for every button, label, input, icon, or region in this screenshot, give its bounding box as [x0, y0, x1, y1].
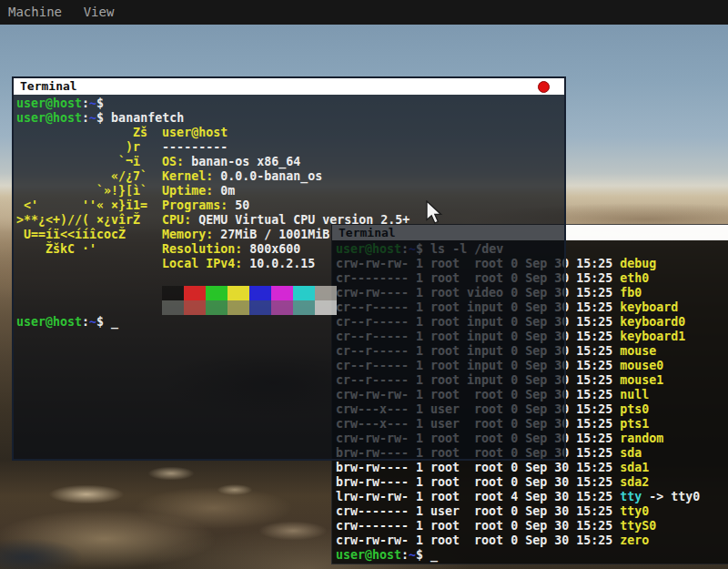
fetch-line: «/¿7` Kernel: 0.0.0-banan_os [16, 169, 564, 184]
device-file-name: mouse0 [620, 359, 663, 372]
bananfetch-output: Zš user@host )r --------- `¬ï OS: banan-… [16, 126, 564, 271]
fetch-value: 800x600 [242, 242, 300, 256]
terminal-window-front[interactable]: Terminal user@host:~$ user@host:~$ banan… [12, 76, 566, 461]
prompt-dollar: $ [96, 111, 104, 125]
fetch-label: user@host [162, 126, 228, 139]
fetch-line: Local IPv4: 10.0.2.15 [16, 257, 564, 271]
prompt-user: user@host [16, 111, 82, 125]
fetch-ascii-art: `¬ï [16, 155, 162, 168]
fetch-line: `»!}[ì` Uptime: 0m [16, 184, 564, 198]
ls-row-details: brw-rw---- 1 root root 0 Sep 30 15:25 [336, 461, 620, 474]
fetch-ascii-art: «/¿7` [16, 169, 162, 183]
ls-row: brw-rw---- 1 root root 0 Sep 30 15:25 sd… [336, 461, 728, 475]
prompt-user: user@host [336, 548, 401, 562]
device-file-name: keyboard0 [620, 315, 685, 329]
fetch-label: Uptime: [162, 184, 213, 198]
term1-titlebar[interactable]: Terminal [14, 78, 564, 95]
device-file-name: tty0 [620, 504, 649, 518]
fetch-line: U==íï<<ííîcocŽ Memory: 27MiB / 1001MiB [16, 228, 564, 242]
ls-row: crw------- 1 root root 0 Sep 30 15:25 tt… [336, 519, 728, 533]
fetch-line: >**¿<+)//( ×¿vîrŽ CPU: QEMU Virtual CPU … [16, 213, 564, 228]
palette-swatch [249, 286, 271, 300]
fetch-value: --------- [162, 140, 228, 154]
fetch-label: Local IPv4: [162, 257, 242, 270]
term1-title: Terminal [14, 78, 564, 95]
fetch-ascii-art: `»!}[ì` [16, 184, 162, 198]
ls-row: lrw-rw-rw- 1 root root 4 Sep 30 15:25 tt… [336, 490, 728, 504]
device-file-name: random [620, 432, 663, 445]
palette-swatch [184, 286, 206, 300]
palette-swatch [271, 286, 293, 300]
term1-command-row: user@host:~$ bananfetch [16, 111, 564, 126]
palette-row-bright [16, 300, 564, 315]
fetch-label: OS: [162, 155, 184, 168]
vm-menubar: Machine View [0, 0, 728, 25]
device-file-name: pts0 [620, 402, 649, 416]
device-file-name: null [620, 388, 649, 401]
menu-machine[interactable]: Machine [8, 0, 62, 25]
fetch-line: <' ''« ×}ï1= Programs: 50 [16, 198, 564, 213]
fetch-value: 50 [228, 198, 249, 212]
command-text: bananfetch [104, 111, 184, 125]
palette-swatch [249, 300, 271, 315]
device-file-name: fb0 [620, 286, 642, 300]
ls-row: crw------- 1 user root 0 Sep 30 15:25 tt… [336, 504, 728, 519]
ls-row-details: brw-rw---- 1 root root 0 Sep 30 15:25 [336, 475, 620, 489]
prompt-dollar: $ [96, 97, 104, 110]
prompt-user: user@host [16, 97, 82, 110]
palette-swatch [228, 286, 249, 300]
device-file-name: debug [620, 257, 656, 270]
prompt-colon: : [82, 315, 89, 329]
palette-swatch [315, 300, 337, 315]
fetch-line: Zš user@host [16, 126, 564, 140]
fetch-value: 27MiB / 1001MiB [213, 228, 329, 241]
fetch-label: Resolution: [162, 242, 242, 256]
prompt-dollar: $ [96, 315, 104, 329]
device-file-name: sda [620, 446, 642, 460]
device-file-name: tty [620, 490, 642, 503]
ls-row: crw-rw-rw- 1 root root 0 Sep 30 15:25 ze… [336, 533, 728, 548]
device-file-name: sda1 [620, 461, 649, 474]
fetch-value: 0m [213, 184, 235, 198]
fetch-ascii-art: )r [16, 140, 162, 154]
palette-swatch [206, 286, 228, 300]
ls-row: brw-rw---- 1 root root 0 Sep 30 15:25 sd… [336, 475, 728, 490]
term1-prompt-row: user@host:~$ [16, 97, 564, 111]
prompt-colon: : [401, 548, 409, 562]
device-file-name: sda2 [620, 475, 649, 489]
palette-swatch [184, 300, 206, 315]
term2-prompt-row-current: user@host:~$ _ [336, 548, 728, 563]
term1-content[interactable]: user@host:~$ user@host:~$ bananfetch Zš … [14, 95, 564, 459]
text-cursor: _ [423, 548, 438, 562]
fetch-ascii-art: <' ''« ×}ï1= [16, 198, 162, 212]
fetch-ascii-art: Zš [16, 126, 162, 139]
term1-prompt-row-current: user@host:~$ _ [16, 315, 564, 330]
fetch-label: Kernel: [162, 169, 213, 183]
close-button-icon[interactable] [538, 81, 550, 93]
palette-swatch [206, 300, 228, 315]
fetch-label: Programs: [162, 198, 228, 212]
fetch-value: 0.0.0-banan_os [213, 169, 322, 183]
prompt-path: ~ [409, 548, 416, 562]
prompt-path: ~ [89, 315, 96, 329]
palette-swatch [293, 300, 315, 315]
prompt-colon: : [82, 97, 89, 110]
text-cursor: _ [104, 315, 118, 329]
palette-swatch [271, 300, 293, 315]
device-file-name: ttyS0 [620, 519, 656, 533]
fetch-ascii-art [16, 257, 162, 270]
fetch-ascii-art: ŽškC ·' [16, 242, 162, 256]
menu-view[interactable]: View [84, 0, 115, 25]
palette-swatch [293, 286, 315, 300]
prompt-path: ~ [89, 111, 96, 125]
fetch-value: banan-os x86_64 [184, 155, 300, 168]
palette-swatch [162, 300, 184, 315]
blank-row [16, 271, 564, 286]
fetch-ascii-art: >**¿<+)//( ×¿vîrŽ [16, 213, 162, 227]
device-file-name: eth0 [620, 271, 649, 285]
symlink-target: -> tty0 [642, 490, 700, 503]
fetch-line: ŽškC ·' Resolution: 800x600 [16, 242, 564, 257]
fetch-value: QEMU Virtual CPU version 2.5+ [191, 213, 410, 227]
prompt-path: ~ [89, 97, 96, 110]
vm-screen: Machine View Terminal user@host:~$ ls -l… [0, 0, 728, 569]
